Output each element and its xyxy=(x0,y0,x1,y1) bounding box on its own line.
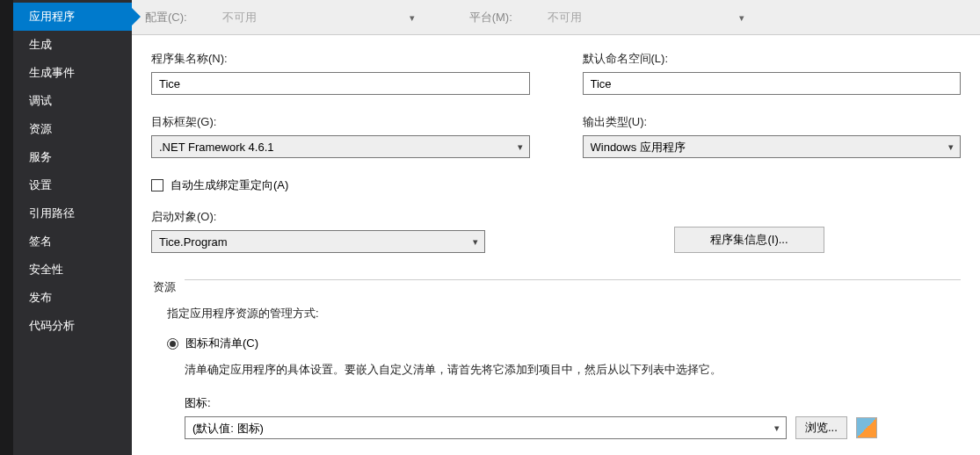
startup-object-label: 启动对象(O): xyxy=(151,209,485,225)
icon-label: 图标: xyxy=(185,395,961,411)
sidebar-gutter xyxy=(0,0,13,455)
config-bar: 配置(C): 不可用 平台(M): 不可用 xyxy=(132,0,980,35)
platform-select[interactable]: 不可用 xyxy=(541,7,751,27)
resources-group-title: 资源 xyxy=(151,278,185,306)
icon-preview-icon xyxy=(856,417,877,438)
icon-manifest-radio[interactable] xyxy=(167,338,178,350)
sidebar-item-services[interactable]: 服务 xyxy=(13,143,132,171)
browse-button[interactable]: 浏览... xyxy=(795,416,847,439)
icon-select[interactable]: (默认值: 图标) xyxy=(185,416,787,439)
assembly-name-label: 程序集名称(N): xyxy=(151,51,530,67)
target-framework-label: 目标框架(G): xyxy=(151,114,530,130)
default-namespace-label: 默认命名空间(L): xyxy=(583,51,962,67)
sidebar: 应用程序 生成 生成事件 调试 资源 服务 设置 引用路径 签名 安全性 发布 … xyxy=(13,0,132,455)
sidebar-item-code-analysis[interactable]: 代码分析 xyxy=(13,312,132,340)
startup-object-select[interactable]: Tice.Program xyxy=(151,230,485,253)
config-label: 配置(C): xyxy=(145,10,187,25)
content-panel: 配置(C): 不可用 平台(M): 不可用 程序集名称(N): 默认命名空间(L… xyxy=(132,0,980,455)
auto-redirect-checkbox[interactable] xyxy=(151,179,163,191)
auto-redirect-label: 自动生成绑定重定向(A) xyxy=(171,177,288,193)
resources-group: 资源 指定应用程序资源的管理方式: 图标和清单(C) 清单确定应用程序的具体设置… xyxy=(151,279,961,439)
icon-manifest-description: 清单确定应用程序的具体设置。要嵌入自定义清单，请首先将它添加到项目中，然后从以下… xyxy=(167,360,800,379)
resources-description: 指定应用程序资源的管理方式: xyxy=(167,306,961,321)
target-framework-select[interactable]: .NET Framework 4.6.1 xyxy=(151,135,530,158)
sidebar-item-build-events[interactable]: 生成事件 xyxy=(13,59,132,87)
assembly-name-input[interactable] xyxy=(151,72,530,95)
sidebar-item-debug[interactable]: 调试 xyxy=(13,87,132,115)
application-form: 程序集名称(N): 默认命名空间(L): 目标框架(G): .NET Frame… xyxy=(132,35,980,455)
sidebar-item-settings[interactable]: 设置 xyxy=(13,171,132,199)
config-select[interactable]: 不可用 xyxy=(215,7,422,27)
sidebar-item-security[interactable]: 安全性 xyxy=(13,256,132,284)
default-namespace-input[interactable] xyxy=(583,72,962,95)
sidebar-item-build[interactable]: 生成 xyxy=(13,31,132,59)
output-type-label: 输出类型(U): xyxy=(583,114,962,130)
sidebar-item-publish[interactable]: 发布 xyxy=(13,284,132,312)
platform-label: 平台(M): xyxy=(469,10,512,25)
sidebar-item-reference-paths[interactable]: 引用路径 xyxy=(13,199,132,228)
sidebar-item-signing[interactable]: 签名 xyxy=(13,228,132,256)
sidebar-item-application[interactable]: 应用程序 xyxy=(13,3,132,31)
sidebar-item-resources[interactable]: 资源 xyxy=(13,115,132,143)
assembly-info-button[interactable]: 程序集信息(I)... xyxy=(674,227,824,253)
output-type-select[interactable]: Windows 应用程序 xyxy=(583,135,962,158)
icon-manifest-label: 图标和清单(C) xyxy=(185,336,258,351)
